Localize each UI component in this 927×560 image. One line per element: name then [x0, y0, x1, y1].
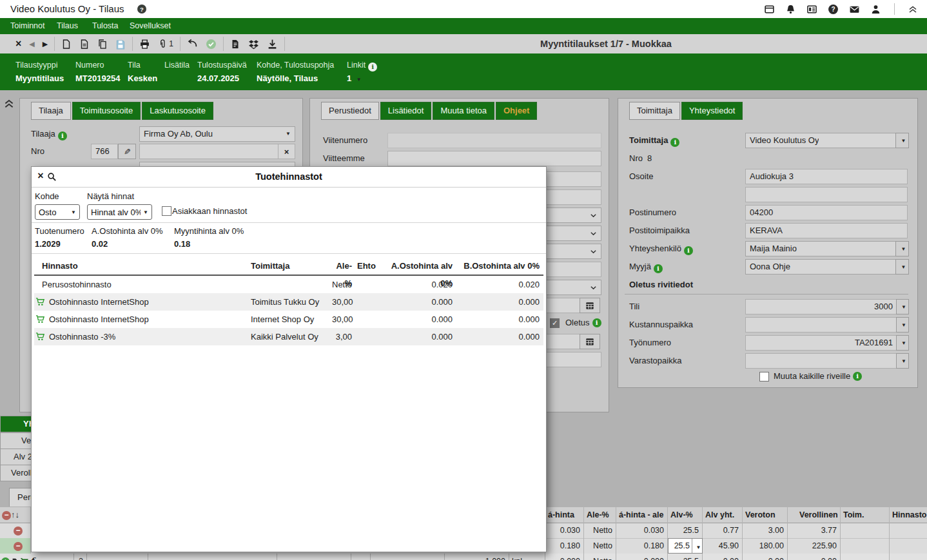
- kustannuspaikka-caret-button[interactable]: ▼: [896, 317, 909, 333]
- oletus-checkbox[interactable]: ✓: [550, 318, 560, 328]
- col-veroton[interactable]: Veroton: [743, 507, 788, 523]
- row3-maara[interactable]: 1.000: [445, 554, 509, 560]
- oletus-info-icon[interactable]: i: [592, 318, 601, 327]
- save-icon[interactable]: [115, 39, 126, 50]
- row3-cell-a[interactable]: [87, 554, 148, 560]
- cart-icon[interactable]: [35, 297, 45, 307]
- dialog-search-button[interactable]: [47, 172, 57, 182]
- muuta-kaikille-info-icon[interactable]: i: [853, 372, 862, 381]
- print-icon[interactable]: [139, 39, 150, 50]
- remove-row-icon[interactable]: −: [14, 542, 23, 551]
- clear-customer-button[interactable]: ×: [278, 144, 295, 159]
- myyja-caret-button[interactable]: ▼: [895, 259, 909, 275]
- col-verollinen[interactable]: Verollinen: [788, 507, 841, 523]
- col-ahinta[interactable]: á-hinta: [545, 507, 584, 523]
- alv-dropdown-button[interactable]: ▼: [692, 539, 702, 553]
- row3-hinnasto[interactable]: [890, 554, 927, 560]
- download-icon[interactable]: [267, 39, 278, 50]
- tab-muuta-tietoa[interactable]: Muuta tietoa: [433, 102, 494, 120]
- customer-number-input[interactable]: 766: [91, 144, 118, 159]
- attachments-button[interactable]: 1: [158, 39, 173, 50]
- tab-toimitusosoite[interactable]: Toimitusosoite: [72, 102, 141, 120]
- row3-veroton[interactable]: 0.00: [743, 554, 788, 560]
- row2-alv-yht[interactable]: 45.90: [703, 538, 743, 554]
- yhteyshenkilo-select[interactable]: Maija Mainio: [745, 241, 897, 256]
- asiakkaan-checkbox[interactable]: [162, 206, 171, 217]
- row3-cell-d[interactable]: [351, 554, 371, 560]
- tilaaja-info-icon[interactable]: i: [58, 131, 67, 140]
- tyonumero-input[interactable]: TA201691: [745, 335, 897, 351]
- approve-check-icon[interactable]: [206, 39, 217, 50]
- row3-alv-yht[interactable]: 0.00: [703, 554, 743, 560]
- kustannuspaikka-input[interactable]: [745, 317, 897, 333]
- move-down-icon[interactable]: ↓: [15, 510, 20, 519]
- viitteemme-input[interactable]: [387, 151, 601, 166]
- row1-alv-yht[interactable]: 0.77: [703, 523, 743, 538]
- tyonumero-caret-button[interactable]: ▼: [896, 335, 909, 351]
- invoice-document-icon[interactable]: [230, 39, 240, 50]
- field-value-linkit[interactable]: 1 ▼: [347, 73, 362, 83]
- row3-yksikko[interactable]: kpl: [509, 554, 545, 560]
- pricelist-row[interactable]: Ostohinnasto -3% Kaikki Palvelut Oy 3,00…: [34, 328, 543, 345]
- myyja-info-icon[interactable]: i: [654, 264, 663, 273]
- row1-toim[interactable]: [841, 523, 890, 538]
- dialog-close-button[interactable]: ×: [35, 170, 46, 182]
- row3-ahinta-ale[interactable]: 0.000: [616, 554, 668, 560]
- grid-row-3[interactable]: + ƒ 2 1.000 kpl 0.000 Netto 0.000 25.5 0…: [0, 554, 927, 560]
- add-row-icon[interactable]: +: [1, 557, 10, 560]
- osoite2-input[interactable]: [745, 187, 908, 202]
- col-ahinta-ale[interactable]: á-hinta - ale: [616, 507, 668, 523]
- tili-caret-button[interactable]: ▼: [896, 299, 909, 314]
- row3-rivi[interactable]: 2: [74, 554, 87, 560]
- tab-ohjeet[interactable]: Ohjeet: [496, 102, 537, 120]
- row3-alv[interactable]: 25.5: [668, 554, 703, 560]
- row3-cell-c[interactable]: [277, 554, 351, 560]
- copy-row-icon[interactable]: [11, 557, 19, 560]
- customer-extra-input[interactable]: [139, 144, 288, 159]
- collapse-left-icon[interactable]: [3, 97, 15, 110]
- formula-icon[interactable]: ƒ: [30, 554, 34, 560]
- mail-icon[interactable]: [849, 4, 860, 15]
- kohde-select[interactable]: Osto▼: [35, 204, 80, 220]
- row3-toim[interactable]: [841, 554, 890, 560]
- close-record-icon[interactable]: ×: [15, 38, 21, 50]
- menu-toiminnot[interactable]: Toiminnot: [10, 18, 45, 34]
- myyja-select[interactable]: Oona Ohje: [745, 259, 897, 275]
- row3-ahinta[interactable]: 0.000: [545, 554, 584, 560]
- row1-hinnasto[interactable]: [890, 523, 927, 538]
- help-badge-icon[interactable]: ?: [137, 4, 147, 14]
- varastopaikka-caret-button[interactable]: ▼: [896, 353, 909, 369]
- row2-ale[interactable]: Netto: [584, 538, 616, 554]
- tab-toimittaja[interactable]: Toimittaja: [629, 102, 680, 120]
- osoite-input[interactable]: Audiokuja 3: [745, 169, 908, 184]
- new-document-icon[interactable]: [61, 39, 72, 50]
- row1-veroton[interactable]: 3.00: [743, 523, 788, 538]
- muuta-kaikille-checkbox[interactable]: [759, 372, 769, 381]
- row2-ahinta-ale[interactable]: 0.180: [616, 538, 668, 554]
- dropbox-icon[interactable]: [248, 39, 259, 50]
- viitenumero-input[interactable]: [387, 133, 601, 148]
- nayta-hinnat-select[interactable]: Hinnat alv 0%▼: [87, 204, 152, 220]
- yhteyshenkilo-info-icon[interactable]: i: [684, 246, 693, 255]
- calendar-button-1[interactable]: [580, 298, 600, 313]
- pricelist-row[interactable]: Ostohinnasto InternetShop Toimitus Tukku…: [34, 293, 543, 311]
- undo-icon[interactable]: [187, 39, 198, 50]
- toimittaja-select[interactable]: Video Koulutus Oy: [745, 133, 897, 148]
- row1-ahinta-ale[interactable]: 0.030: [616, 523, 668, 538]
- user-icon[interactable]: [870, 4, 881, 15]
- tab-tilaaja[interactable]: Tilaaja: [31, 102, 71, 120]
- next-record-icon[interactable]: ▶: [43, 40, 48, 48]
- card-icon[interactable]: [806, 4, 817, 15]
- remove-row-icon[interactable]: −: [2, 511, 11, 520]
- row2-veroton[interactable]: 180.00: [743, 538, 788, 554]
- row1-verollinen[interactable]: 3.77: [788, 523, 841, 538]
- tab-perustiedot[interactable]: Perustiedot: [321, 102, 379, 120]
- col-hinnasto[interactable]: Hinnasto: [890, 507, 927, 523]
- postinumero-input[interactable]: 04200: [745, 205, 908, 220]
- cart-icon[interactable]: [35, 332, 45, 342]
- cart-row-icon[interactable]: [20, 557, 29, 560]
- tab-laskutusosoite[interactable]: Laskutusosoite: [142, 102, 213, 120]
- varastopaikka-input[interactable]: [745, 353, 897, 369]
- row3-cell-e[interactable]: [371, 554, 445, 560]
- pricelist-row[interactable]: Perusostohinnasto Netto 0.020 0.020: [34, 276, 543, 293]
